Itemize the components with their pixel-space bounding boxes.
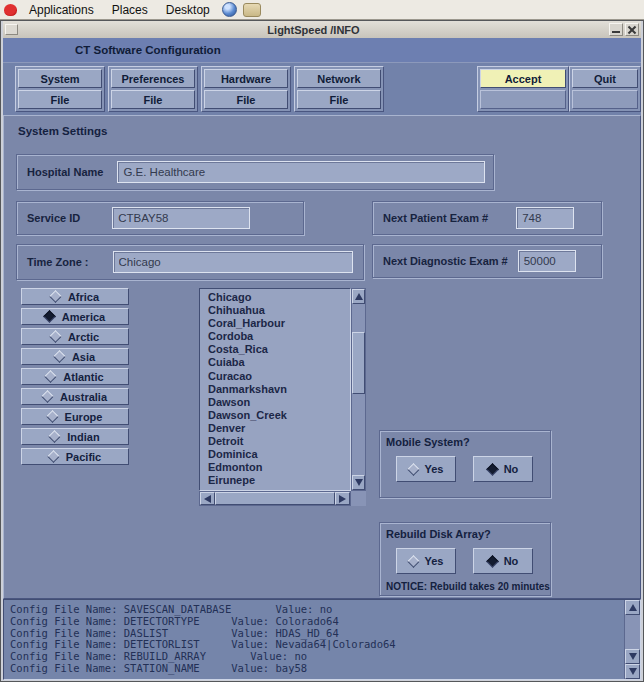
radio-diamond-icon (49, 330, 62, 343)
next-patient-exam-label: Next Patient Exam # (383, 212, 488, 224)
scroll-up-button[interactable] (352, 289, 365, 304)
list-item[interactable]: Curacao (208, 370, 350, 383)
scroll-down-button[interactable] (352, 475, 365, 490)
console-scroll-down-button[interactable] (625, 649, 640, 664)
file-button[interactable]: File (18, 90, 102, 109)
list-item[interactable]: Edmonton (208, 461, 350, 474)
time-zone-input[interactable] (113, 251, 353, 273)
next-diagnostic-exam-input[interactable] (518, 250, 576, 272)
radio-diamond-icon (43, 310, 56, 323)
file-button-groups: System File Preferences File Hardware Fi… (15, 66, 384, 112)
radio-diamond-icon (46, 410, 59, 423)
region-radio-button[interactable]: Atlantic (21, 368, 129, 385)
file-button[interactable]: File (204, 90, 288, 109)
list-item[interactable]: Dominica (208, 448, 350, 461)
region-radio-button[interactable]: Africa (21, 288, 129, 305)
region-label: Atlantic (63, 371, 103, 383)
menu-applications[interactable]: Applications (23, 3, 100, 17)
category-button[interactable]: System (18, 69, 102, 88)
menu-places[interactable]: Places (106, 3, 154, 17)
region-label: Asia (72, 351, 95, 363)
hospital-name-input[interactable] (117, 161, 485, 183)
desktop-panel: Applications Places Desktop (0, 0, 644, 20)
region-label: Africa (68, 291, 99, 303)
region-radio-button[interactable]: Australia (21, 388, 129, 405)
region-radio-button[interactable]: America (21, 308, 129, 325)
redhat-menu-icon[interactable] (4, 4, 17, 16)
scrollbar-corner (351, 491, 366, 506)
mobile-no-button[interactable]: No (473, 456, 533, 482)
browser-launcher-icon[interactable] (222, 2, 237, 17)
vertical-scroll-thumb[interactable] (352, 332, 365, 394)
region-label: Indian (67, 431, 99, 443)
list-item[interactable]: Dawson_Creek (208, 409, 350, 422)
rebuild-yes-button[interactable]: Yes (396, 548, 456, 574)
category-button[interactable]: Network (297, 69, 381, 88)
vertical-scrollbar[interactable] (351, 288, 366, 491)
city-listbox: ChicagoChihuahuaCoral_HarbourCordobaCost… (199, 288, 366, 506)
console-scroll-up-button[interactable] (625, 600, 640, 615)
radio-diamond-icon (41, 390, 54, 403)
file-button[interactable]: File (297, 90, 381, 109)
close-button[interactable] (625, 23, 639, 36)
list-item[interactable]: Cordoba (208, 330, 350, 343)
accept-button[interactable]: Accept (480, 69, 566, 88)
rebuild-question: Rebuild Disk Array? (386, 528, 544, 540)
console-line: Config File Name: STATION_NAME Value: ba… (10, 663, 624, 675)
accept-group: Accept (477, 66, 569, 112)
accept-spacer (480, 90, 566, 109)
horizontal-scroll-thumb[interactable] (215, 492, 335, 505)
scroll-right-button[interactable] (335, 492, 350, 505)
next-patient-exam-input[interactable] (516, 207, 574, 229)
list-item[interactable]: Detroit (208, 435, 350, 448)
radio-diamond-icon (53, 350, 66, 363)
service-id-input[interactable] (112, 207, 250, 229)
window-titlebar[interactable]: LightSpeed /INFO (3, 21, 641, 38)
toolbar-group: Hardware File (201, 66, 291, 112)
minimize-icon (612, 31, 620, 33)
hospital-name-label: Hospital Name (27, 166, 103, 178)
window-title: LightSpeed /INFO (20, 24, 607, 36)
region-label: Australia (60, 391, 107, 403)
arrow-down-icon (629, 653, 637, 660)
horizontal-scrollbar[interactable] (199, 491, 351, 506)
window-menu-button[interactable] (5, 24, 18, 35)
city-list[interactable]: ChicagoChihuahuaCoral_HarbourCordobaCost… (199, 288, 351, 491)
quit-button[interactable]: Quit (572, 69, 638, 88)
lightspeed-window: LightSpeed /INFO CT Software Configurati… (0, 20, 644, 682)
arrow-up-icon (355, 293, 363, 300)
arrow-down-icon (355, 479, 363, 486)
region-radio-button[interactable]: Indian (21, 428, 129, 445)
menu-desktop[interactable]: Desktop (160, 3, 216, 17)
list-item[interactable]: Eirunepe (208, 474, 350, 487)
arrow-down-icon (629, 668, 637, 675)
list-item[interactable]: Denver (208, 422, 350, 435)
category-button[interactable]: Hardware (204, 69, 288, 88)
region-label: America (62, 311, 105, 323)
list-item[interactable]: Coral_Harbour (208, 317, 350, 330)
file-button[interactable]: File (111, 90, 195, 109)
region-radio-button[interactable]: Asia (21, 348, 129, 365)
scroll-left-button[interactable] (200, 492, 215, 505)
list-item[interactable]: Chicago (208, 291, 350, 304)
minimize-button[interactable] (609, 23, 623, 36)
mobile-yes-button[interactable]: Yes (396, 456, 456, 482)
region-radio-button[interactable]: Arctic (21, 328, 129, 345)
list-item[interactable]: Cuiaba (208, 356, 350, 369)
category-button[interactable]: Preferences (111, 69, 195, 88)
list-item[interactable]: Dawson (208, 396, 350, 409)
console-scroll-bottom-button[interactable] (625, 664, 640, 679)
list-item[interactable]: Costa_Rica (208, 343, 350, 356)
region-radio-button[interactable]: Europe (21, 408, 129, 425)
printer-launcher-icon[interactable] (243, 3, 261, 17)
list-item[interactable]: Chihuahua (208, 304, 350, 317)
list-item[interactable]: Danmarkshavn (208, 383, 350, 396)
rebuild-no-button[interactable]: No (473, 548, 533, 574)
section-title: System Settings (18, 125, 107, 137)
mobile-system-question: Mobile System? (386, 436, 544, 448)
radio-diamond-icon (49, 290, 62, 303)
mobile-system-group: Mobile System? Yes No (379, 430, 551, 498)
toolbar-group: Preferences File (108, 66, 198, 112)
region-radio-button[interactable]: Pacific (21, 448, 129, 465)
console-scrollbar[interactable] (624, 600, 640, 679)
